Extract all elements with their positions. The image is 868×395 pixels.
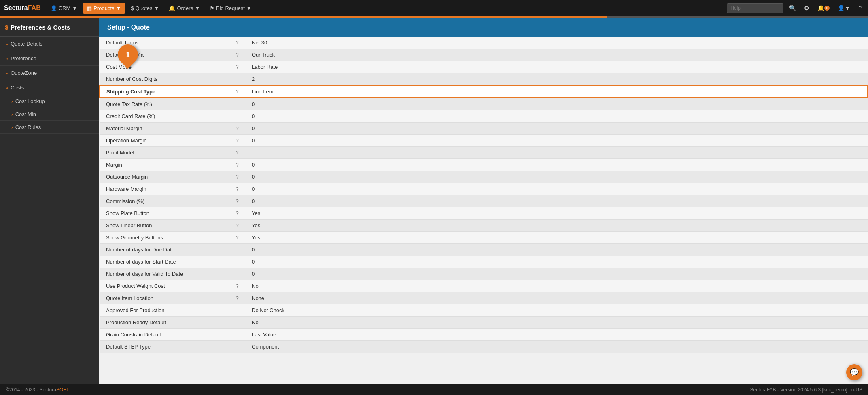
sidebar-item-cost-min[interactable]: › Cost Min — [0, 108, 99, 121]
row-help-icon[interactable]: ? — [229, 61, 245, 73]
table-row[interactable]: Hardware Margin?0 — [100, 183, 868, 195]
table-row[interactable]: Production Ready DefaultNo — [100, 317, 868, 329]
footer: ©2014 - 2023 - SecturaSOFT SecturaFAB - … — [0, 384, 868, 395]
table-row[interactable]: Show Linear Button?Yes — [100, 220, 868, 232]
sidebar-item-preference[interactable]: » Preference — [0, 51, 99, 66]
table-row[interactable]: Commission (%)?0 — [100, 195, 868, 207]
row-help-icon[interactable]: ? — [229, 123, 245, 135]
table-row[interactable]: Show Geometry Buttons?Yes — [100, 232, 868, 244]
row-help-icon — [229, 329, 245, 341]
sidebar-item-quotezone-label: QuoteZone — [11, 70, 37, 76]
table-row[interactable]: Number of Cost Digits2 — [100, 73, 868, 86]
table-row[interactable]: Profit Model? — [100, 147, 868, 159]
table-row[interactable]: Cost Model?Labor Rate — [100, 61, 868, 73]
grid-icon: ▦ — [87, 5, 92, 11]
brand-logo[interactable]: SecturaFAB — [4, 4, 41, 12]
row-help-icon[interactable]: ? — [229, 280, 245, 292]
user-account-icon[interactable]: 👤▼ — [835, 3, 853, 13]
nav-crm-label: CRM — [59, 5, 71, 11]
table-row[interactable]: Show Plate Button?Yes — [100, 207, 868, 220]
row-help-icon — [229, 341, 245, 353]
chevron-icon: » — [6, 71, 8, 76]
row-help-icon — [229, 256, 245, 268]
row-help-icon[interactable]: ? — [229, 171, 245, 183]
row-label: Number of days for Start Date — [100, 256, 229, 268]
help-question-icon[interactable]: ? — [856, 3, 864, 13]
row-label: Show Geometry Buttons — [100, 232, 229, 244]
row-help-icon[interactable]: ? — [229, 220, 245, 232]
table-row[interactable]: Operation Margin?0 — [100, 135, 868, 147]
row-label: Quote Tax Rate (%) — [100, 98, 229, 110]
row-help-icon[interactable]: ? — [229, 49, 245, 61]
row-help-icon[interactable]: ? — [229, 207, 245, 220]
sidebar-item-costs[interactable]: » Costs — [0, 80, 99, 95]
sidebar-item-quotezone[interactable]: » QuoteZone — [0, 66, 99, 80]
help-input[interactable] — [727, 3, 783, 13]
table-row[interactable]: Material Margin?0 — [100, 123, 868, 135]
arrow-icon: › — [11, 99, 13, 104]
row-value: 0 — [245, 123, 868, 135]
chat-button[interactable]: 💬 — [846, 364, 862, 380]
footer-copyright: ©2014 - 2023 - SecturaSOFT — [6, 387, 69, 393]
sidebar-item-quote-details[interactable]: » Quote Details — [0, 37, 99, 51]
table-row[interactable]: Grain Constrain DefaultLast Value — [100, 329, 868, 341]
chevron-down-icon: ▼ — [116, 5, 121, 11]
sidebar-item-cost-rules[interactable]: › Cost Rules — [0, 121, 99, 134]
row-label: Show Plate Button — [100, 207, 229, 220]
sidebar-item-costs-label: Costs — [11, 84, 24, 91]
nav-bid-request[interactable]: ⚑ Bid Request ▼ — [206, 3, 256, 14]
row-help-icon[interactable]: ? — [229, 195, 245, 207]
table-row[interactable]: Shipping Cost Type?Line Item — [100, 85, 868, 98]
table-row[interactable]: Number of days for Due Date0 — [100, 244, 868, 256]
row-help-icon[interactable]: ? — [229, 232, 245, 244]
table-row[interactable]: Credit Card Rate (%)0 — [100, 110, 868, 123]
row-help-icon[interactable]: ? — [229, 37, 245, 49]
nav-products[interactable]: ▦ Products ▼ — [83, 3, 125, 14]
nav-quotes-label: Quotes — [136, 5, 153, 11]
row-label: Default Terms — [100, 37, 229, 49]
row-help-icon[interactable]: ? — [229, 85, 245, 98]
row-value: 0 — [245, 268, 868, 280]
table-row[interactable]: Margin?0 — [100, 159, 868, 171]
row-label: Hardware Margin — [100, 183, 229, 195]
dollar-icon: $ — [5, 24, 8, 31]
gear-icon[interactable]: ⚙ — [802, 3, 812, 13]
row-help-icon — [229, 317, 245, 329]
table-row[interactable]: Number of days for Valid To Date0 — [100, 268, 868, 280]
row-help-icon[interactable]: ? — [229, 159, 245, 171]
user-icon: 👤 — [51, 5, 57, 11]
table-row[interactable]: Outsource Margin?0 — [100, 171, 868, 183]
nav-orders[interactable]: 🔔 Orders ▼ — [165, 3, 204, 14]
table-row[interactable]: Use Product Weight Cost?No — [100, 280, 868, 292]
arrow-icon: › — [11, 112, 13, 117]
search-icon[interactable]: 🔍 — [787, 3, 798, 13]
table-row[interactable]: Number of days for Start Date0 — [100, 256, 868, 268]
row-value: 0 — [245, 256, 868, 268]
table-row[interactable]: Quote Item Location?None — [100, 292, 868, 304]
sidebar-header-label: Preferences & Costs — [11, 24, 70, 31]
row-label: Commission (%) — [100, 195, 229, 207]
table-row[interactable]: Quote Tax Rate (%)0 — [100, 98, 868, 110]
row-label: Shipping Cost Type — [100, 85, 229, 98]
row-label: Profit Model — [100, 147, 229, 159]
row-help-icon[interactable]: ? — [229, 183, 245, 195]
row-value: 0 — [245, 135, 868, 147]
table-row[interactable]: Default Terms?Net 30 — [100, 37, 868, 49]
row-help-icon[interactable]: ? — [229, 135, 245, 147]
chevron-icon: » — [6, 42, 8, 46]
sidebar-item-cost-lookup[interactable]: › Cost Lookup — [0, 95, 99, 108]
table-row[interactable]: Default STEP TypeComponent — [100, 341, 868, 353]
row-help-icon[interactable]: ? — [229, 147, 245, 159]
chevron-icon: » — [6, 56, 8, 61]
row-value: 0 — [245, 171, 868, 183]
row-help-icon[interactable]: ? — [229, 292, 245, 304]
nav-crm[interactable]: 👤 CRM ▼ — [47, 3, 81, 14]
row-value: None — [245, 292, 868, 304]
table-row[interactable]: Approved For ProductionDo Not Check — [100, 304, 868, 317]
nav-quotes[interactable]: $ Quotes ▼ — [127, 3, 163, 14]
table-row[interactable]: Default Ship Via?Our Truck — [100, 49, 868, 61]
sidebar-item-cost-rules-label: Cost Rules — [15, 124, 41, 130]
annotation-number: 1 — [125, 50, 130, 59]
row-value: No — [245, 317, 868, 329]
notification-bell-icon[interactable]: 🔔0 — [815, 3, 832, 13]
